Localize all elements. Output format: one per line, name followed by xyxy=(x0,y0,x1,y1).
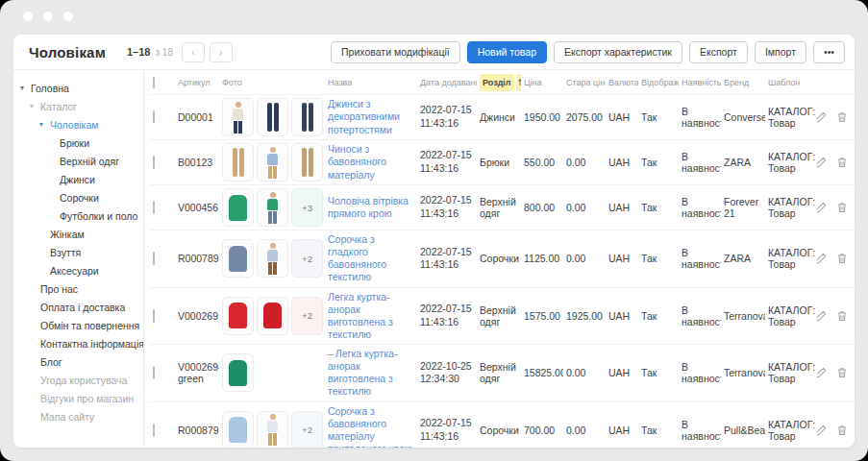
product-photo-thumbnail[interactable] xyxy=(291,143,323,182)
column-header-2[interactable]: Фото xyxy=(219,70,325,95)
more-photos-badge[interactable]: +2 xyxy=(291,239,323,278)
column-header-7[interactable]: Стара ціна xyxy=(563,70,606,95)
pagination-prev-button[interactable]: ‹ xyxy=(182,42,205,62)
product-name-link[interactable]: Сорочка з гладкого бавовняного текстилю xyxy=(328,233,386,282)
sidebar-item-18[interactable]: ▾Відгуки про магазин xyxy=(20,389,143,407)
expand-arrow-icon[interactable]: ▾ xyxy=(39,120,50,129)
product-photo-thumbnail[interactable] xyxy=(222,188,254,227)
column-header-9[interactable]: Відображати xyxy=(638,70,679,95)
sidebar-item-6[interactable]: ▾Джинси xyxy=(20,170,143,188)
column-header-10[interactable]: Наявність xyxy=(679,70,721,95)
product-photo-thumbnail[interactable] xyxy=(222,297,254,335)
sidebar-item-12[interactable]: ▾Про нас xyxy=(20,279,143,298)
import-button[interactable]: Імпорт xyxy=(755,41,806,63)
column-header-6[interactable]: Ціна xyxy=(521,70,563,95)
row-checkbox[interactable] xyxy=(153,366,155,379)
section-cell: Верхній одяг xyxy=(477,345,521,402)
sidebar-item-4[interactable]: ▾Брюки xyxy=(20,133,143,152)
sidebar-item-16[interactable]: ▾Блог xyxy=(20,352,143,371)
export-button[interactable]: Експорт xyxy=(689,41,748,63)
product-name-link[interactable]: Чоловіча вітрівка прямого крою xyxy=(328,195,409,219)
delete-trash-icon[interactable] xyxy=(835,201,849,214)
product-name-link[interactable]: Сорочка з бавовняного матеріалу притален… xyxy=(328,405,412,449)
edit-pencil-icon[interactable] xyxy=(817,156,828,169)
window-dot-maximize[interactable] xyxy=(63,12,73,21)
product-photo-thumbnail[interactable] xyxy=(257,188,288,227)
product-name-link[interactable]: Легка куртка-анорак виготовлена з тексти… xyxy=(328,291,393,340)
product-name-link[interactable]: Джинси з декоративними потертостями xyxy=(328,98,400,134)
sidebar-item-3[interactable]: ▾Чоловікам xyxy=(20,115,143,133)
more-photos-badge[interactable]: +2 xyxy=(291,297,323,335)
delete-trash-icon[interactable] xyxy=(835,252,849,265)
more-photos-badge[interactable]: +2 xyxy=(291,411,323,448)
edit-pencil-icon[interactable] xyxy=(817,252,828,265)
product-photo-thumbnail[interactable] xyxy=(257,143,288,182)
sidebar-item-5[interactable]: ▾Верхній одяг xyxy=(20,152,143,170)
sidebar-item-7[interactable]: ▾Сорочки xyxy=(20,188,143,206)
edit-pencil-icon[interactable] xyxy=(817,366,828,379)
time-added: 11:43:16 xyxy=(420,258,474,272)
sidebar-item-15[interactable]: ▾Контактна інформація xyxy=(20,334,143,352)
sidebar-item-1[interactable]: ▾Головна xyxy=(20,79,143,97)
sidebar-item-10[interactable]: ▾Взуття xyxy=(20,243,143,261)
more-button[interactable]: ••• xyxy=(813,41,845,63)
delete-trash-icon[interactable] xyxy=(835,309,849,323)
row-checkbox[interactable] xyxy=(153,201,155,214)
sidebar-item-11[interactable]: ▾Аксесуари xyxy=(20,261,143,279)
column-header-5[interactable]: Розділ⇅ xyxy=(477,70,521,95)
column-header-4[interactable]: Дата додавання xyxy=(417,70,477,95)
row-checkbox[interactable] xyxy=(153,156,155,169)
product-photo-thumbnail[interactable] xyxy=(222,411,254,448)
expand-arrow-icon[interactable]: ▾ xyxy=(30,102,40,110)
sidebar-item-19[interactable]: ▾Мапа сайту xyxy=(20,407,143,425)
delete-trash-icon[interactable] xyxy=(835,110,849,124)
pagination-next-button[interactable]: › xyxy=(210,42,233,62)
window-dot-minimize[interactable] xyxy=(43,12,53,21)
column-header-3[interactable]: Назва xyxy=(325,70,417,95)
product-photo-thumbnail[interactable] xyxy=(291,98,323,136)
display-cell: Так xyxy=(638,287,679,345)
delete-trash-icon[interactable] xyxy=(835,424,849,437)
edit-pencil-icon[interactable] xyxy=(817,110,828,124)
row-checkbox[interactable] xyxy=(153,424,155,437)
product-photo-thumbnail[interactable] xyxy=(222,143,254,182)
row-checkbox[interactable] xyxy=(153,252,155,265)
edit-pencil-icon[interactable] xyxy=(817,424,828,437)
product-photo-thumbnail[interactable] xyxy=(257,239,288,278)
new-product-button[interactable]: Новий товар xyxy=(467,41,547,63)
row-checkbox[interactable] xyxy=(153,309,155,323)
sidebar-item-14[interactable]: ▾Обмін та повернення xyxy=(20,316,143,334)
product-name-link[interactable]: Чиноси з бавовняного матеріалу xyxy=(328,143,386,180)
column-header-12[interactable]: Шаблон xyxy=(765,70,817,95)
window-dot-close[interactable] xyxy=(23,12,33,21)
delete-trash-icon[interactable] xyxy=(835,366,849,379)
product-photo-thumbnail[interactable] xyxy=(257,411,288,448)
sidebar-item-8[interactable]: ▾Футболки и поло xyxy=(20,206,143,225)
column-header-1[interactable]: Артикул xyxy=(175,70,219,95)
product-photo-thumbnail[interactable] xyxy=(222,98,254,136)
column-header-8[interactable]: Валюта xyxy=(606,70,638,95)
export-characteristics-button[interactable]: Експорт характеристик xyxy=(554,41,682,63)
actions-cell xyxy=(817,230,855,288)
more-photos-badge[interactable]: +3 xyxy=(291,188,323,227)
product-name-link[interactable]: Легка куртка-анорак виготовлена з тексти… xyxy=(328,348,397,397)
edit-pencil-icon[interactable] xyxy=(817,309,828,323)
column-header-11[interactable]: Бренд xyxy=(721,70,765,95)
expand-arrow-icon[interactable]: ▾ xyxy=(20,84,31,92)
delete-trash-icon[interactable] xyxy=(835,156,849,169)
sidebar-item-17[interactable]: ▾Угода користувача xyxy=(20,371,143,389)
sidebar-item-13[interactable]: ▾Оплата і доставка xyxy=(20,298,143,316)
template-cell: КАТАЛОГ: Товар xyxy=(765,345,817,402)
select-all-checkbox[interactable] xyxy=(153,77,155,88)
hide-modifications-button[interactable]: Приховати модифікації xyxy=(331,41,460,63)
product-photo-thumbnail[interactable] xyxy=(257,98,288,136)
product-photo-thumbnail[interactable] xyxy=(222,353,254,392)
product-photo-thumbnail[interactable] xyxy=(257,297,288,335)
sidebar-item-label: Чоловікам xyxy=(50,119,99,131)
edit-pencil-icon[interactable] xyxy=(817,201,828,214)
sidebar-item-2[interactable]: ▾Каталог xyxy=(20,97,143,115)
sidebar-item-9[interactable]: ▾Жінкам xyxy=(20,225,143,243)
product-photo-thumbnail[interactable] xyxy=(222,239,254,278)
sort-icon[interactable]: ⇅ xyxy=(516,74,521,91)
row-checkbox[interactable] xyxy=(153,110,155,124)
